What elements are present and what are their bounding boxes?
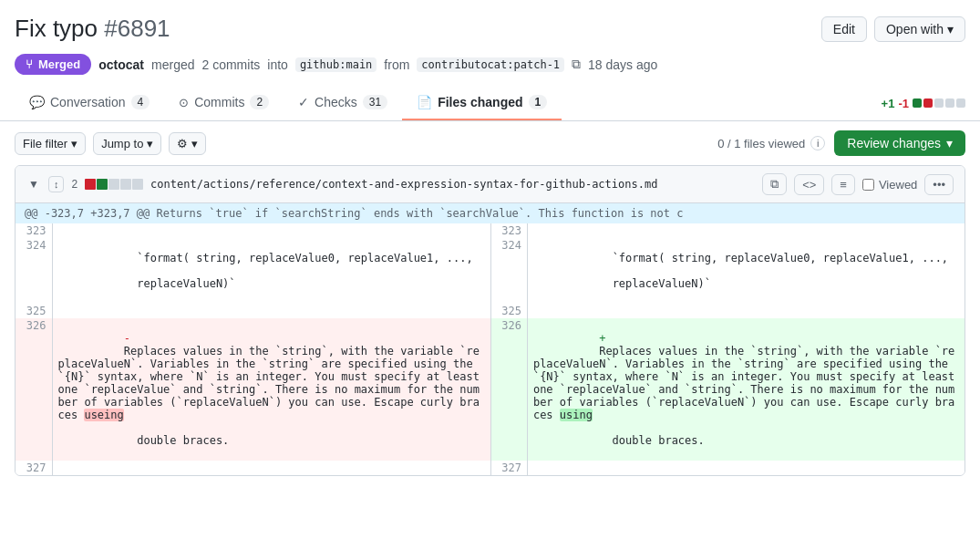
stat-blocks — [913, 98, 965, 108]
merged-badge: ⑂ Merged — [15, 54, 91, 75]
stat-block-gray-2 — [945, 98, 954, 108]
toolbar-row: File filter ▾ Jump to ▾ ⚙ ▾ 0 / 1 files … — [0, 121, 980, 165]
copy-icon: ⧉ — [770, 177, 779, 192]
jump-to-button[interactable]: Jump to ▾ — [93, 132, 161, 155]
tab-checks-count: 31 — [363, 95, 387, 109]
gear-icon: ⚙ — [177, 137, 188, 150]
tab-files-changed[interactable]: 📄 Files changed 1 — [402, 86, 562, 120]
top-actions: Edit Open with ▾ — [821, 16, 965, 42]
diff-container: ▼ ↕ 2 content/actions/reference/context-… — [15, 165, 965, 476]
badge-label: Merged — [38, 57, 80, 71]
stat-block-red-1 — [923, 98, 933, 108]
code-text: `format( string, replaceValue0, replaceV… — [599, 252, 948, 264]
diff-color-indicator — [85, 179, 143, 190]
more-icon: ••• — [933, 178, 945, 192]
added-word: using — [560, 409, 593, 421]
color-del — [85, 179, 96, 190]
diff-file-header: ▼ ↕ 2 content/actions/reference/context-… — [15, 166, 965, 203]
time-ago: 18 days ago — [588, 57, 657, 72]
right-code — [527, 461, 965, 475]
files-changed-icon: 📄 — [417, 95, 432, 109]
right-line-num: 327 — [490, 461, 527, 475]
edit-button[interactable]: Edit — [821, 16, 867, 42]
files-viewed: 0 / 1 files viewed i — [717, 136, 825, 150]
pr-title: Fix typo #6891 — [15, 15, 170, 42]
table-row: 323 323 — [15, 223, 965, 238]
viewed-checkbox[interactable] — [862, 179, 874, 191]
chevron-down-icon: ▾ — [947, 22, 954, 36]
pr-title-text: Fix typo — [15, 15, 98, 42]
settings-button[interactable]: ⚙ ▾ — [169, 132, 206, 155]
pr-title-area: Fix typo #6891 — [15, 15, 170, 43]
copy-path-button[interactable]: ⧉ — [762, 173, 787, 195]
tab-conversation-count: 4 — [131, 95, 150, 109]
color-add — [97, 179, 108, 190]
tab-conversation[interactable]: 💬 Conversation 4 — [15, 86, 164, 120]
review-changes-label: Review changes — [847, 136, 941, 150]
base-branch[interactable]: github:main — [295, 57, 377, 72]
tab-conversation-label: Conversation — [50, 95, 126, 109]
meta-row: ⑂ Merged octocat merged 2 commits into g… — [0, 50, 980, 86]
right-code-changed: + Replaces values in the `string`, with … — [527, 318, 965, 461]
left-code — [52, 223, 490, 238]
tab-checks[interactable]: ✓ Checks 31 — [284, 86, 402, 120]
left-line-num: 327 — [15, 461, 52, 475]
code-text: Replaces values in the `string`, with th… — [58, 345, 487, 421]
chevron-down-icon: ▾ — [71, 137, 77, 150]
left-line-num: 325 — [15, 304, 52, 318]
tabs-row: 💬 Conversation 4 ⊙ Commits 2 ✓ Checks 31… — [0, 86, 980, 121]
expand-arrows-icon[interactable]: ↕ — [48, 176, 65, 192]
file-filter-label: File filter — [23, 137, 67, 150]
table-row: 325 325 — [15, 304, 965, 318]
tab-commits-count: 2 — [250, 95, 269, 109]
author[interactable]: octocat — [98, 57, 144, 72]
code-view-button[interactable]: <> — [794, 174, 824, 195]
file-path[interactable]: content/actions/reference/context-and-ex… — [150, 178, 657, 191]
file-filter-button[interactable]: File filter ▾ — [15, 132, 86, 155]
left-code: `format( string, replaceValue0, replaceV… — [52, 238, 490, 304]
tab-files-changed-count: 1 — [529, 95, 548, 109]
commits-icon: ⊙ — [179, 96, 189, 109]
hunk-header-row: @@ -323,7 +323,7 @@ Returns `true` if `s… — [15, 203, 965, 223]
diff-stat: +1 -1 — [882, 97, 965, 110]
raw-button[interactable]: ≡ — [831, 174, 855, 195]
info-icon[interactable]: i — [810, 136, 825, 150]
raw-icon: ≡ — [840, 178, 847, 192]
right-code — [527, 304, 965, 318]
color-neutral-1 — [108, 179, 119, 190]
action-text: merged — [151, 57, 194, 72]
stat-deletions: -1 — [898, 97, 909, 110]
commit-count: 2 commits — [202, 57, 261, 72]
viewed-checkbox-area: Viewed — [862, 178, 917, 192]
left-line-num: 324 — [15, 238, 52, 304]
stat-block-green-1 — [913, 98, 922, 108]
tab-commits-label: Commits — [194, 95, 244, 109]
open-with-label: Open with — [886, 22, 944, 36]
right-code — [527, 223, 965, 238]
top-bar: Fix typo #6891 Edit Open with ▾ — [0, 0, 980, 50]
head-branch[interactable]: contributocat:patch-1 — [417, 57, 564, 72]
stat-block-gray-3 — [956, 98, 965, 108]
del-sign: - — [124, 332, 137, 345]
open-with-button[interactable]: Open with ▾ — [874, 16, 965, 42]
copy-branch-icon[interactable]: ⧉ — [572, 57, 581, 72]
left-code-changed: - Replaces values in the `string`, with … — [52, 318, 490, 461]
review-changes-button[interactable]: Review changes ▾ — [834, 130, 965, 156]
right-line-num: 324 — [490, 238, 527, 304]
toolbar-left: File filter ▾ Jump to ▾ ⚙ ▾ — [15, 132, 206, 155]
hunk-header-text: @@ -323,7 +323,7 @@ Returns `true` if `s… — [25, 207, 683, 220]
chevron-down-icon-4: ▾ — [946, 136, 953, 150]
collapse-button[interactable]: ▼ — [26, 176, 41, 192]
color-neutral-2 — [120, 179, 131, 190]
table-row: 324 `format( string, replaceValue0, repl… — [15, 238, 965, 304]
merge-icon: ⑂ — [26, 57, 33, 71]
checks-icon: ✓ — [298, 95, 309, 109]
more-options-button[interactable]: ••• — [924, 174, 954, 195]
code-text: double braces. — [124, 434, 230, 447]
left-line-num: 326 — [15, 318, 52, 461]
tab-commits[interactable]: ⊙ Commits 2 — [164, 86, 284, 120]
change-count: 2 — [71, 178, 77, 191]
viewed-label: Viewed — [879, 178, 917, 192]
left-code — [52, 461, 490, 475]
color-neutral-3 — [132, 179, 143, 190]
